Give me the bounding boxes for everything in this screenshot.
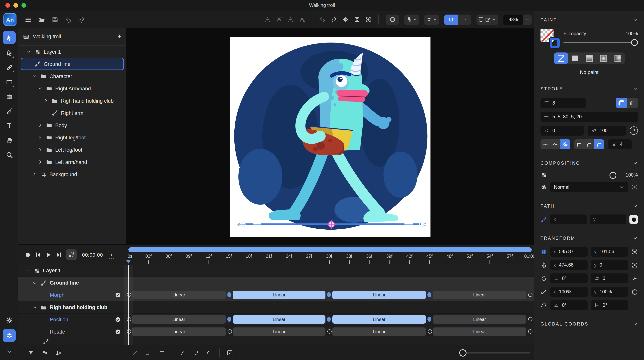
timeline-track[interactable]: LinearLinearLinearLinear [126,289,534,301]
hand-tool-button[interactable] [3,134,16,147]
timeline-property-label[interactable]: Position [50,317,68,323]
tween-segment[interactable]: Linear [433,291,526,299]
property-enabled-check-icon[interactable] [115,317,121,323]
timeline-row-header[interactable]: Layer 1 [18,265,126,277]
scale-y-field[interactable]: y100% [591,287,628,297]
stroke-dash-field[interactable]: 5, 5, 80, 5, 20 [540,112,638,122]
ease-linear-icon[interactable] [132,350,138,356]
chevron-right-icon[interactable] [38,135,43,140]
chevron-right-icon[interactable] [38,147,43,152]
skip-to-end-icon[interactable] [56,251,62,258]
timeline-row-header[interactable] [18,338,126,345]
selection-mode-dropdown[interactable] [476,14,498,25]
collapse-panel-chevron-icon[interactable] [3,345,16,358]
path-x-field[interactable]: x [550,214,587,224]
flip-vertical-icon[interactable] [354,16,360,22]
anchor-center-icon[interactable] [631,262,638,268]
playhead-line[interactable] [128,265,128,345]
zoom-level-dropdown[interactable]: 48% [503,14,532,25]
draw-order-dropdown[interactable] [404,14,419,25]
ease-out-icon[interactable] [206,350,212,356]
keyframe-hollow[interactable] [528,293,532,297]
timeline-ruler[interactable]: 0s03f06f09f12f15f18f21f24f27f30f33f36f39… [126,244,534,265]
tween-segment[interactable]: Linear [433,315,526,324]
timeline-track[interactable] [126,301,534,313]
eyedropper-tool-button[interactable] [3,105,16,118]
keyframe-filled[interactable] [428,292,431,297]
timeline-track[interactable] [126,338,534,345]
layers-panel-button[interactable] [3,329,16,342]
compositing-collapse-icon[interactable] [632,160,638,166]
timeline-row-header[interactable]: Morph [18,289,126,301]
convert-node-icon[interactable] [299,16,305,22]
menu-icon[interactable] [25,16,32,23]
layer-item-background[interactable]: Background [18,168,126,180]
onion-skin-icon[interactable] [42,350,48,356]
paint-linear-gradient-button[interactable] [582,52,596,64]
step-start-icon[interactable] [158,350,165,356]
playback-speed[interactable]: 1× [56,350,62,356]
join-bevel-button[interactable] [584,139,594,149]
layer-item-right-arm[interactable]: Right arm [18,107,126,119]
timeline-zoom-slider-knob[interactable] [459,349,466,357]
chevron-down-icon[interactable] [32,280,38,286]
flip-icon[interactable] [631,275,638,282]
timeline-zoom-slider-track[interactable] [464,352,530,353]
playhead-handle[interactable] [126,260,131,265]
path-y-field[interactable]: y [590,214,626,224]
layer-opacity-slider[interactable] [550,172,622,178]
stroke-help-button[interactable]: ? [630,126,638,135]
zoom-window-button[interactable] [22,3,26,8]
transform-collapse-icon[interactable] [632,236,638,241]
keyframe-filled[interactable] [428,317,431,322]
save-icon[interactable] [52,16,58,23]
remove-node-icon[interactable] [276,16,282,22]
texture-toggle-button[interactable] [386,14,399,25]
stroke-color-swatch[interactable] [550,38,560,48]
timeline-row-header[interactable]: Rotate [18,326,126,338]
layer-item-righ-hand-holding-club[interactable]: Righ hand holding club [18,95,126,107]
anchor-x-field[interactable]: x474.68 [550,260,588,270]
fill-stroke-swatch[interactable] [540,29,560,48]
gradient-tool-button[interactable] [3,90,16,103]
anchor-y-field[interactable]: y0 [591,260,628,270]
paint-solid-button[interactable] [568,52,582,64]
magnet-icon[interactable]: U [444,14,458,25]
cap-round-full-button[interactable] [560,139,570,149]
settings-button[interactable] [3,314,16,327]
snapping-dropdown[interactable]: U [444,14,471,25]
tween-segment[interactable]: Linear [233,291,326,299]
text-tool-button[interactable]: T [3,119,16,132]
property-enabled-check-icon[interactable] [115,292,121,298]
tween-segment[interactable]: Linear [332,291,426,299]
keyframe-hollow[interactable] [528,329,532,334]
timeline-scrollbar[interactable] [128,247,532,252]
snapping-chevron-icon[interactable] [458,14,471,25]
timeline-row-header[interactable]: Ground line [18,277,126,289]
paint-radial-gradient-button[interactable] [596,52,610,64]
undo-icon[interactable] [65,16,72,23]
join-round-button[interactable] [594,139,604,149]
rotate-ccw-icon[interactable] [319,16,326,22]
stroke-collapse-icon[interactable] [632,86,638,91]
stroke-width-field[interactable]: 8 [540,98,586,108]
layer-item-right-leg-foot[interactable]: Right leg/foot [18,131,126,144]
dash-offset-field[interactable]: 0 [540,126,584,136]
scale-x-field[interactable]: x100% [550,287,588,297]
chevron-down-icon[interactable] [32,305,38,310]
tween-segment[interactable]: Linear [233,315,326,324]
stroke-align-outside-button[interactable] [616,98,627,108]
node-handles-icon[interactable] [288,16,294,22]
join-miter-button[interactable] [574,139,584,149]
tween-segment[interactable]: Linear [233,328,326,336]
play-icon[interactable] [45,251,52,258]
paint-offset-gradient-button[interactable] [610,52,625,64]
add-node-icon[interactable] [264,16,271,22]
flip-horizontal-icon[interactable] [342,16,348,22]
fill-opacity-slider[interactable] [564,39,638,45]
tween-segment[interactable]: Linear [433,328,526,336]
keyframe-hollow[interactable] [327,329,332,334]
tween-segment[interactable]: Linear [132,291,226,299]
record-icon[interactable] [24,251,31,258]
skip-to-start-icon[interactable] [35,251,42,258]
